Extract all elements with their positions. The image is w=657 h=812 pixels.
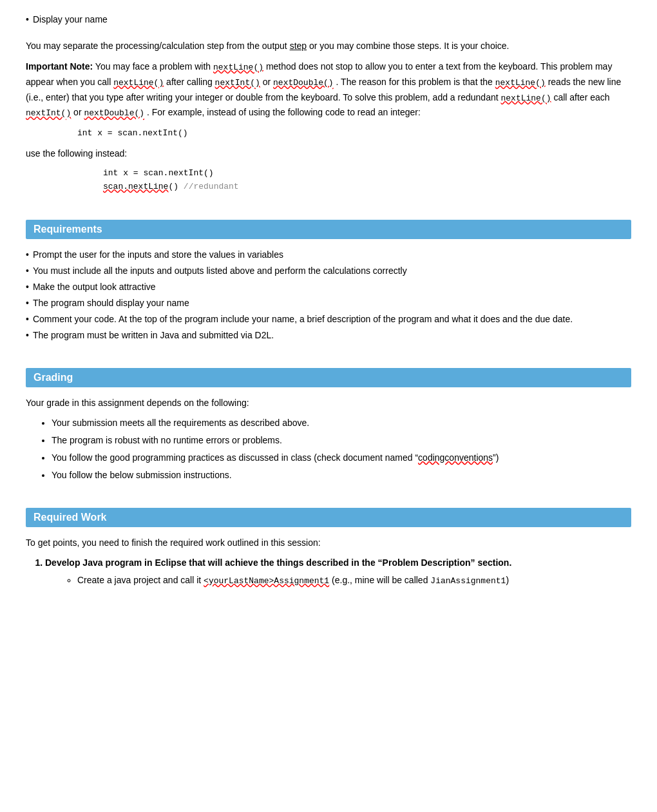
use-instead-text: use the following instead: [26,147,631,160]
req-item-3: • Make the output look attractive [26,280,631,294]
required-work-intro: To get points, you need to finish the re… [26,536,631,550]
intro-para1: You may separate the processing/calculat… [26,39,631,53]
required-work-header: Required Work [26,508,631,527]
grading-intro: Your grade in this assignment depends on… [26,396,631,410]
example-name: JianAssignment1 [430,576,506,586]
required-work-list: Develop Java program in Eclipse that wil… [45,556,631,588]
important-label: Important Note: [26,61,93,72]
nextint-ref2: nextInt() [26,108,71,118]
grading-list: Your submission meets all the requiremen… [52,416,631,482]
requirements-content: • Prompt the user for the inputs and sto… [26,248,631,342]
grading-item-2: The program is robust with no runtime er… [52,434,631,447]
codingconventions-link: codingconventions [418,452,493,463]
display-name-bullet: • Display your name [26,13,631,26]
code-block-2: int x = scan.nextInt() scan.nextLine() /… [103,167,631,194]
req-item-1: • Prompt the user for the inputs and sto… [26,248,631,262]
required-work-item-1: Develop Java program in Eclipse that wil… [45,556,631,588]
nextline-ref2: nextLine() [113,78,164,88]
nextline-ref3: nextLine() [495,78,546,88]
important-note-para: Important Note: You may face a problem w… [26,59,631,121]
req-item-2: • You must include all the inputs and ou… [26,264,631,278]
req-item-6: • The program must be written in Java an… [26,329,631,342]
grading-item-4: You follow the below submission instruct… [52,469,631,482]
bullet-dot: • [26,13,29,26]
yourLastName-code: <yourLastName>Assignment1 [204,576,329,586]
required-work-sublist: Create a java project and call it <yourL… [77,574,631,588]
code-block-1: int x = scan.nextInt() [77,127,631,140]
code2-comment: //redundant [184,182,239,191]
code1-text: int x = scan.nextInt() [77,128,188,138]
nextline-ref1: nextLine() [213,63,263,72]
code2-line1: int x = scan.nextInt() [103,167,631,180]
grading-header: Grading [26,368,631,387]
nextdouble-ref1: nextDouble() [273,78,334,88]
code2-line2: scan.nextLine() //redundant [103,180,631,194]
req-item-4: • The program should display your name [26,296,631,310]
nextline-ref4: nextLine() [500,93,551,103]
requirements-header: Requirements [26,220,631,239]
nextint-ref1: nextInt() [215,78,260,88]
req-item-5: • Comment your code. At the top of the p… [26,313,631,326]
step-link: step [290,41,307,51]
grading-item-3: You follow the good programming practice… [52,451,631,465]
display-name-text: Display your name [33,13,108,26]
grading-item-1: Your submission meets all the requiremen… [52,416,631,430]
required-work-subitem-1: Create a java project and call it <yourL… [77,574,631,588]
nextdouble-ref2: nextDouble() [84,108,144,118]
